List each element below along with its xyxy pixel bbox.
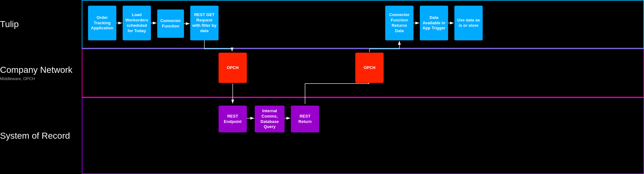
internal-comms-box: Internal Comms, Database Query: [255, 106, 285, 132]
company-subtitle: Middleware, OPCH: [0, 76, 72, 81]
rest-get-box: REST GET Request with filter by date: [190, 6, 219, 40]
sor-lane-label: System of Record: [0, 97, 70, 174]
company-lane-label: Company Network Middleware, OPCH: [0, 49, 72, 97]
tulip-lane-label: Tulip: [0, 0, 19, 49]
order-tracking-box: Order Tracking Application: [88, 6, 116, 40]
connector-fn-box: Connector Function: [157, 9, 184, 38]
rest-return-box: REST Return: [291, 106, 319, 132]
sor-title: System of Record: [0, 131, 70, 141]
opch1-box: OPCH: [219, 53, 247, 83]
rest-endpoint-box: REST Endpoint: [219, 106, 247, 132]
load-workorders-box: Load Workorders scheduled for Today: [123, 6, 151, 40]
use-data-box: Use data as is or store: [454, 6, 483, 40]
company-title: Company Network: [0, 65, 72, 75]
tulip-title: Tulip: [0, 19, 19, 29]
opch2-box: OPCH: [355, 53, 384, 83]
sor-lane: [82, 97, 644, 174]
connector-returns-box: Connector Function Returns Data: [385, 6, 414, 40]
diagram-area: Order Tracking Application Load Workorde…: [82, 0, 644, 174]
data-available-box: Data Available in App Trigger: [420, 6, 448, 40]
